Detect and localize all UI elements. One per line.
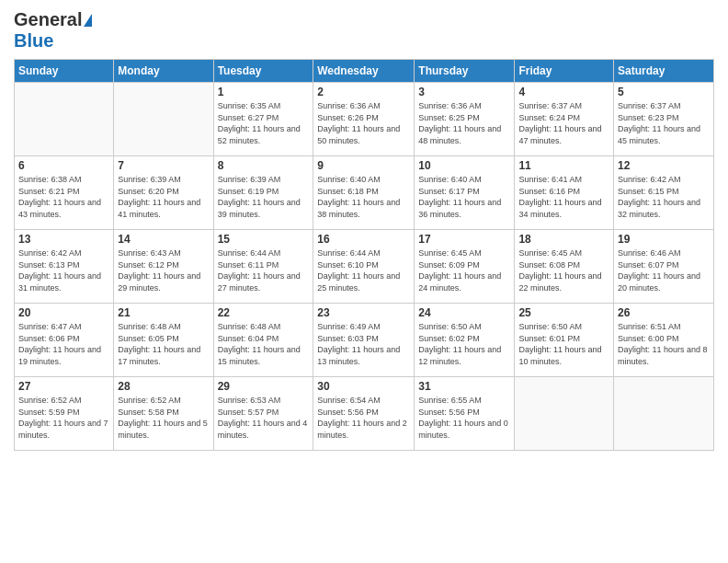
day-number: 16 — [317, 233, 410, 246]
weekday-header-row: SundayMondayTuesdayWednesdayThursdayFrid… — [15, 60, 714, 83]
day-cell: 20Sunrise: 6:47 AM Sunset: 6:06 PM Dayli… — [15, 304, 114, 377]
weekday-header-tuesday: Tuesday — [213, 60, 313, 83]
day-cell: 25Sunrise: 6:50 AM Sunset: 6:01 PM Dayli… — [515, 304, 614, 377]
day-number: 11 — [518, 159, 609, 172]
day-number: 28 — [118, 380, 209, 393]
day-cell: 1Sunrise: 6:35 AM Sunset: 6:27 PM Daylig… — [213, 83, 313, 156]
header: General Blue — [14, 9, 714, 52]
day-number: 5 — [618, 86, 710, 98]
day-cell: 21Sunrise: 6:48 AM Sunset: 6:05 PM Dayli… — [114, 304, 213, 377]
day-info: Sunrise: 6:46 AM Sunset: 6:07 PM Dayligh… — [618, 247, 710, 293]
day-cell: 9Sunrise: 6:40 AM Sunset: 6:18 PM Daylig… — [313, 156, 415, 230]
day-info: Sunrise: 6:48 AM Sunset: 6:04 PM Dayligh… — [218, 321, 310, 367]
day-info: Sunrise: 6:44 AM Sunset: 6:10 PM Dayligh… — [317, 247, 410, 293]
day-info: Sunrise: 6:51 AM Sunset: 6:00 PM Dayligh… — [618, 321, 710, 367]
week-row-0: 1Sunrise: 6:35 AM Sunset: 6:27 PM Daylig… — [15, 83, 714, 156]
day-cell: 11Sunrise: 6:41 AM Sunset: 6:16 PM Dayli… — [515, 156, 614, 230]
day-info: Sunrise: 6:52 AM Sunset: 5:59 PM Dayligh… — [18, 395, 109, 441]
day-cell: 13Sunrise: 6:42 AM Sunset: 6:13 PM Dayli… — [15, 230, 114, 304]
day-info: Sunrise: 6:50 AM Sunset: 6:02 PM Dayligh… — [418, 321, 510, 367]
day-cell — [614, 377, 714, 451]
day-info: Sunrise: 6:35 AM Sunset: 6:27 PM Dayligh… — [218, 100, 310, 146]
day-number: 1 — [218, 86, 310, 98]
week-row-2: 13Sunrise: 6:42 AM Sunset: 6:13 PM Dayli… — [15, 230, 714, 304]
day-info: Sunrise: 6:54 AM Sunset: 5:56 PM Dayligh… — [317, 395, 410, 441]
calendar-table: SundayMondayTuesdayWednesdayThursdayFrid… — [14, 59, 714, 451]
day-number: 17 — [418, 233, 510, 246]
day-cell: 17Sunrise: 6:45 AM Sunset: 6:09 PM Dayli… — [415, 230, 515, 304]
day-info: Sunrise: 6:50 AM Sunset: 6:01 PM Dayligh… — [518, 321, 609, 367]
day-info: Sunrise: 6:37 AM Sunset: 6:23 PM Dayligh… — [618, 100, 710, 146]
weekday-header-wednesday: Wednesday — [313, 60, 415, 83]
logo-blue-text: Blue — [14, 30, 53, 51]
week-row-4: 27Sunrise: 6:52 AM Sunset: 5:59 PM Dayli… — [15, 377, 714, 451]
day-number: 29 — [218, 380, 310, 393]
day-cell: 16Sunrise: 6:44 AM Sunset: 6:10 PM Dayli… — [313, 230, 415, 304]
day-info: Sunrise: 6:36 AM Sunset: 6:25 PM Dayligh… — [418, 100, 510, 146]
day-number: 30 — [317, 380, 410, 393]
day-cell — [515, 377, 614, 451]
day-cell: 27Sunrise: 6:52 AM Sunset: 5:59 PM Dayli… — [15, 377, 114, 451]
logo-general-text: General — [14, 9, 82, 30]
day-number: 8 — [218, 159, 310, 172]
day-info: Sunrise: 6:49 AM Sunset: 6:03 PM Dayligh… — [317, 321, 410, 367]
day-info: Sunrise: 6:43 AM Sunset: 6:12 PM Dayligh… — [118, 247, 209, 293]
day-cell: 24Sunrise: 6:50 AM Sunset: 6:02 PM Dayli… — [415, 304, 515, 377]
day-number: 23 — [317, 306, 410, 319]
day-info: Sunrise: 6:36 AM Sunset: 6:26 PM Dayligh… — [317, 100, 410, 146]
day-info: Sunrise: 6:42 AM Sunset: 6:15 PM Dayligh… — [618, 174, 710, 220]
logo-triangle-icon — [84, 14, 92, 27]
day-cell: 2Sunrise: 6:36 AM Sunset: 6:26 PM Daylig… — [313, 83, 415, 156]
day-info: Sunrise: 6:48 AM Sunset: 6:05 PM Dayligh… — [118, 321, 209, 367]
day-number: 18 — [518, 233, 609, 246]
day-cell — [15, 83, 114, 156]
day-number: 10 — [418, 159, 510, 172]
day-info: Sunrise: 6:42 AM Sunset: 6:13 PM Dayligh… — [18, 247, 109, 293]
day-number: 21 — [118, 306, 209, 319]
day-number: 19 — [618, 233, 710, 246]
day-cell: 6Sunrise: 6:38 AM Sunset: 6:21 PM Daylig… — [15, 156, 114, 230]
weekday-header-sunday: Sunday — [15, 60, 114, 83]
day-number: 4 — [518, 86, 609, 98]
day-info: Sunrise: 6:44 AM Sunset: 6:11 PM Dayligh… — [218, 247, 310, 293]
day-cell: 30Sunrise: 6:54 AM Sunset: 5:56 PM Dayli… — [313, 377, 415, 451]
logo: General Blue — [14, 9, 92, 52]
day-number: 24 — [418, 306, 510, 319]
day-cell: 7Sunrise: 6:39 AM Sunset: 6:20 PM Daylig… — [114, 156, 213, 230]
day-number: 14 — [118, 233, 209, 246]
day-info: Sunrise: 6:52 AM Sunset: 5:58 PM Dayligh… — [118, 395, 209, 441]
day-number: 3 — [418, 86, 510, 98]
day-cell: 10Sunrise: 6:40 AM Sunset: 6:17 PM Dayli… — [415, 156, 515, 230]
day-info: Sunrise: 6:45 AM Sunset: 6:09 PM Dayligh… — [418, 247, 510, 293]
day-number: 15 — [218, 233, 310, 246]
day-number: 27 — [18, 380, 109, 393]
day-cell: 4Sunrise: 6:37 AM Sunset: 6:24 PM Daylig… — [515, 83, 614, 156]
day-info: Sunrise: 6:39 AM Sunset: 6:19 PM Dayligh… — [218, 174, 310, 220]
day-cell: 18Sunrise: 6:45 AM Sunset: 6:08 PM Dayli… — [515, 230, 614, 304]
day-cell: 15Sunrise: 6:44 AM Sunset: 6:11 PM Dayli… — [213, 230, 313, 304]
day-cell: 19Sunrise: 6:46 AM Sunset: 6:07 PM Dayli… — [614, 230, 714, 304]
day-info: Sunrise: 6:40 AM Sunset: 6:17 PM Dayligh… — [418, 174, 510, 220]
day-cell: 8Sunrise: 6:39 AM Sunset: 6:19 PM Daylig… — [213, 156, 313, 230]
day-number: 25 — [518, 306, 609, 319]
day-cell: 12Sunrise: 6:42 AM Sunset: 6:15 PM Dayli… — [614, 156, 714, 230]
day-cell: 5Sunrise: 6:37 AM Sunset: 6:23 PM Daylig… — [614, 83, 714, 156]
day-number: 22 — [218, 306, 310, 319]
week-row-1: 6Sunrise: 6:38 AM Sunset: 6:21 PM Daylig… — [15, 156, 714, 230]
day-cell: 26Sunrise: 6:51 AM Sunset: 6:00 PM Dayli… — [614, 304, 714, 377]
day-info: Sunrise: 6:47 AM Sunset: 6:06 PM Dayligh… — [18, 321, 109, 367]
day-number: 26 — [618, 306, 710, 319]
day-cell — [114, 83, 213, 156]
week-row-3: 20Sunrise: 6:47 AM Sunset: 6:06 PM Dayli… — [15, 304, 714, 377]
day-number: 2 — [317, 86, 410, 98]
day-info: Sunrise: 6:37 AM Sunset: 6:24 PM Dayligh… — [518, 100, 609, 146]
day-info: Sunrise: 6:53 AM Sunset: 5:57 PM Dayligh… — [218, 395, 310, 441]
weekday-header-monday: Monday — [114, 60, 213, 83]
day-info: Sunrise: 6:55 AM Sunset: 5:56 PM Dayligh… — [418, 395, 510, 441]
day-cell: 23Sunrise: 6:49 AM Sunset: 6:03 PM Dayli… — [313, 304, 415, 377]
day-info: Sunrise: 6:38 AM Sunset: 6:21 PM Dayligh… — [18, 174, 109, 220]
day-info: Sunrise: 6:40 AM Sunset: 6:18 PM Dayligh… — [317, 174, 410, 220]
day-number: 13 — [18, 233, 109, 246]
day-cell: 3Sunrise: 6:36 AM Sunset: 6:25 PM Daylig… — [415, 83, 515, 156]
day-number: 6 — [18, 159, 109, 172]
